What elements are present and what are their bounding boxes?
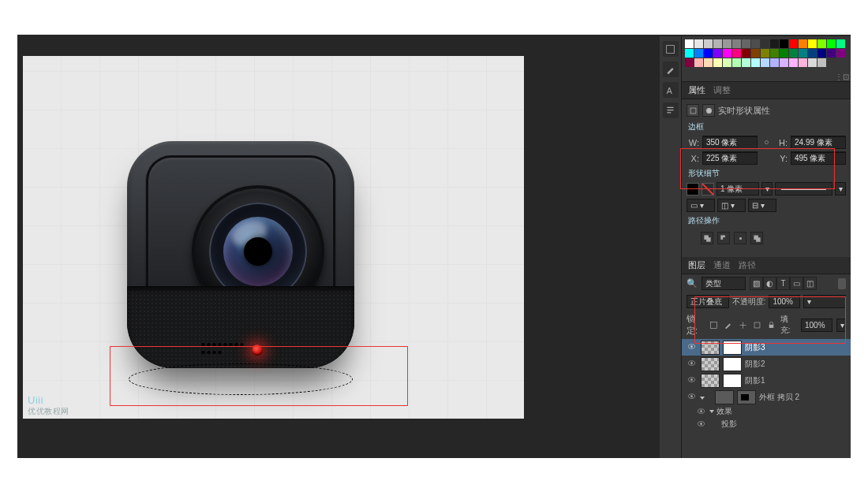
- canvas[interactable]: Uiii 优优教程网: [23, 56, 524, 419]
- paragraph-dock-icon[interactable]: [663, 102, 679, 118]
- expand-icon[interactable]: [709, 410, 714, 413]
- swatch[interactable]: [836, 39, 845, 48]
- swatch[interactable]: [694, 49, 703, 58]
- expand-icon[interactable]: [700, 397, 705, 400]
- swatch[interactable]: [780, 58, 788, 67]
- properties-tabs[interactable]: 属性 调整: [682, 82, 851, 99]
- type-dock-icon[interactable]: A: [663, 82, 679, 98]
- swatch[interactable]: [789, 49, 798, 58]
- layers-tabs[interactable]: 图层 通道 路径: [682, 257, 851, 274]
- y-field[interactable]: 495 像素: [791, 151, 846, 165]
- filter-shape-icon[interactable]: ▭: [790, 277, 803, 290]
- visibility-icon[interactable]: [694, 407, 707, 417]
- swatch[interactable]: [704, 39, 713, 48]
- swatch[interactable]: [751, 58, 760, 67]
- layer-row[interactable]: 阴影1: [682, 372, 851, 389]
- swatch[interactable]: [780, 49, 788, 58]
- swatch[interactable]: [827, 39, 836, 48]
- height-field[interactable]: 24.99 像素: [791, 136, 846, 149]
- swatch[interactable]: [742, 49, 750, 58]
- layer-name[interactable]: 外框 拷贝 2: [759, 392, 799, 403]
- stroke-style-preview[interactable]: [775, 182, 832, 196]
- stroke-width-field[interactable]: 1 像素: [716, 182, 759, 196]
- swatch[interactable]: [770, 49, 779, 58]
- filter-type-select[interactable]: 类型: [702, 277, 746, 290]
- swatch[interactable]: [694, 39, 703, 48]
- swatch[interactable]: [817, 39, 826, 48]
- layer-name[interactable]: 阴影1: [745, 375, 765, 386]
- tab-channels[interactable]: 通道: [713, 259, 731, 271]
- fill-down-icon[interactable]: ▾: [836, 319, 846, 332]
- swatch[interactable]: [732, 49, 741, 58]
- link-wh-icon[interactable]: [761, 137, 772, 148]
- layer-effects-label[interactable]: 效果: [682, 405, 851, 418]
- layer-name[interactable]: 阴影2: [745, 359, 765, 370]
- layer-row[interactable]: 阴影2: [682, 356, 851, 372]
- stroke-style-down-icon[interactable]: ▾: [835, 182, 846, 196]
- visibility-icon[interactable]: [685, 392, 698, 402]
- swatch[interactable]: [742, 58, 750, 67]
- swatch[interactable]: [789, 58, 798, 67]
- swatch[interactable]: [827, 49, 836, 58]
- swatch[interactable]: [732, 58, 741, 67]
- swatch[interactable]: [780, 39, 788, 48]
- filter-adjust-icon[interactable]: ◐: [763, 277, 776, 290]
- swatch[interactable]: [761, 49, 769, 58]
- align-select[interactable]: ⊟ ▾: [748, 199, 776, 212]
- swatch[interactable]: [799, 49, 807, 58]
- swatch[interactable]: [761, 39, 769, 48]
- lock-move-icon[interactable]: [738, 319, 748, 330]
- swatch[interactable]: [751, 49, 760, 58]
- swatch[interactable]: [685, 49, 694, 58]
- swatch[interactable]: [713, 39, 722, 48]
- swatch[interactable]: [817, 58, 826, 67]
- lock-pixels-icon[interactable]: [709, 319, 719, 330]
- swatch[interactable]: [799, 39, 807, 48]
- swatch[interactable]: [685, 58, 694, 67]
- swatch[interactable]: [723, 49, 731, 58]
- swatch[interactable]: [761, 58, 769, 67]
- swatches-options-icon[interactable]: ⋮⊡: [835, 73, 849, 81]
- visibility-icon[interactable]: [685, 375, 698, 386]
- swatch[interactable]: [770, 58, 779, 67]
- lock-brush-icon[interactable]: [723, 319, 733, 330]
- tab-layers[interactable]: 图层: [688, 259, 705, 271]
- swatch[interactable]: [723, 39, 731, 48]
- fill-swatch[interactable]: [687, 183, 699, 196]
- swatch[interactable]: [808, 58, 817, 67]
- tab-properties[interactable]: 属性: [688, 84, 705, 96]
- swatch[interactable]: [770, 39, 779, 48]
- opacity-field[interactable]: 100%: [769, 295, 800, 308]
- swatch[interactable]: [808, 49, 817, 58]
- swatch[interactable]: [713, 49, 722, 58]
- swatch[interactable]: [789, 39, 798, 48]
- swatch[interactable]: [808, 39, 817, 48]
- filter-smart-icon[interactable]: ◫: [803, 277, 817, 290]
- swatch[interactable]: [751, 39, 760, 48]
- layer-effect-drop-shadow[interactable]: 投影: [682, 418, 851, 430]
- swatch[interactable]: [704, 58, 713, 67]
- cap-select[interactable]: ▭ ▾: [687, 199, 715, 212]
- width-field[interactable]: 350 像素: [702, 136, 758, 149]
- swatch[interactable]: [723, 58, 731, 67]
- filter-type-icon[interactable]: T: [776, 277, 790, 290]
- swatch[interactable]: [694, 58, 703, 67]
- swatch[interactable]: [732, 39, 741, 48]
- brush-dock-icon[interactable]: [663, 61, 679, 77]
- swatch[interactable]: [742, 39, 750, 48]
- subtract-icon[interactable]: [717, 232, 730, 244]
- join-select[interactable]: ◫ ▾: [717, 199, 746, 212]
- visibility-icon[interactable]: [694, 419, 707, 430]
- exclude-icon[interactable]: [750, 232, 763, 244]
- x-field[interactable]: 225 像素: [702, 151, 758, 165]
- tab-adjustments[interactable]: 调整: [713, 84, 731, 96]
- layer-list[interactable]: 阴影3 阴影2 阴影1 外框 拷贝 2 效果: [682, 339, 851, 430]
- tool-dock[interactable]: A: [660, 36, 682, 458]
- lock-all-icon[interactable]: [766, 319, 776, 330]
- swatches-panel[interactable]: /* populated below */ ⋮⊡: [682, 36, 851, 82]
- swatch[interactable]: [713, 58, 722, 67]
- filter-toggle[interactable]: [838, 278, 846, 289]
- opacity-down-icon[interactable]: ▾: [803, 295, 846, 308]
- tab-paths[interactable]: 路径: [739, 259, 756, 271]
- swatch[interactable]: [817, 49, 826, 58]
